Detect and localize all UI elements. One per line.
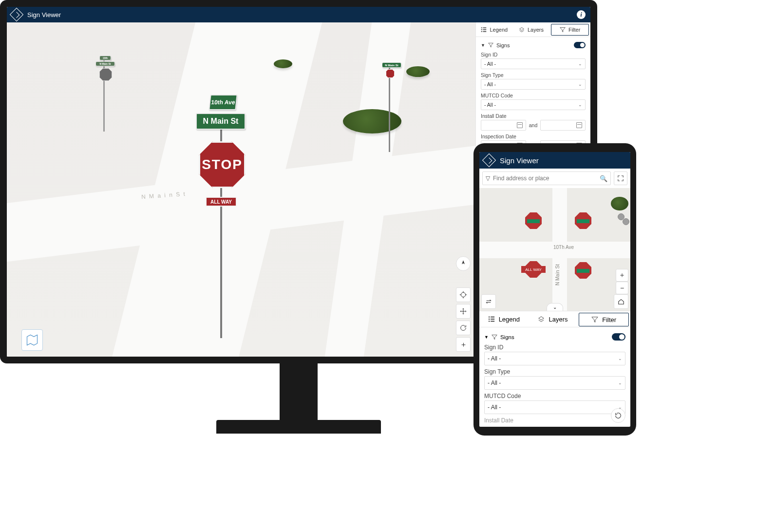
stop-sign-bg: [386, 69, 395, 78]
label-sign-type: Sign Type: [484, 368, 625, 375]
chevron-down-icon: ⌄: [578, 61, 582, 66]
filter-toggle[interactable]: [574, 42, 586, 48]
all-way-sign[interactable]: ALL WAY: [206, 197, 237, 207]
stop-sign[interactable]: STOP: [199, 141, 246, 188]
field-install-date: Install Date: [484, 417, 625, 424]
map-sign-marker[interactable]: [525, 212, 542, 229]
filter-toggle[interactable]: [612, 333, 625, 341]
filter-icon: [591, 316, 598, 323]
svg-rect-18: [491, 319, 494, 320]
filter-section-title: Signs: [500, 334, 514, 340]
map-point: [623, 218, 629, 225]
label-mutcd: MUTCD Code: [484, 393, 625, 399]
svg-rect-16: [491, 317, 494, 318]
street-sign-10th-ave[interactable]: 10th Ave: [208, 95, 237, 110]
svg-rect-8: [481, 29, 482, 30]
select-sign-id[interactable]: - All - ⌄: [481, 58, 586, 69]
search-input-wrapper[interactable]: ▽ 🔍: [482, 171, 611, 185]
tab-layers[interactable]: Layers: [513, 22, 550, 37]
svg-marker-22: [592, 317, 598, 323]
svg-point-1: [461, 292, 465, 297]
panel-expand-handle[interactable]: ⌄: [547, 303, 563, 311]
tree-icon: [611, 197, 628, 210]
svg-rect-20: [491, 321, 494, 322]
tab-filter[interactable]: Filter: [551, 24, 589, 36]
info-icon[interactable]: i: [577, 10, 586, 19]
home-button[interactable]: [614, 294, 628, 309]
svg-rect-19: [489, 321, 490, 322]
fullscreen-button[interactable]: [614, 171, 627, 185]
svg-marker-14: [489, 43, 493, 47]
caret-down-icon: ▼: [481, 43, 485, 48]
select-mutcd[interactable]: - All - ⌄: [481, 99, 586, 110]
reset-button[interactable]: [611, 408, 625, 423]
zoom-out-button[interactable]: −: [616, 282, 628, 294]
svg-rect-10: [481, 31, 482, 32]
tab-layers[interactable]: Layers: [529, 311, 578, 327]
map-icon: [25, 333, 39, 347]
street-sign-bg: N Main St: [95, 61, 115, 66]
svg-marker-13: [560, 28, 566, 32]
chevron-down-icon: ⌄: [618, 380, 622, 385]
calendar-icon: [576, 122, 582, 128]
street-sign-n-main-st[interactable]: N Main St: [196, 113, 246, 130]
select-sign-type[interactable]: - All - ⌄: [481, 79, 586, 90]
filter-section-header[interactable]: ▼ Signs: [484, 331, 625, 342]
select-sign-type-value: - All -: [484, 81, 496, 87]
select-sign-type[interactable]: - All - ⌄: [484, 376, 625, 390]
tab-legend[interactable]: Legend: [476, 22, 513, 37]
tablet-app-header: Sign Viewer: [479, 152, 630, 169]
select-sign-id-value: - All -: [484, 61, 496, 67]
svg-rect-6: [481, 27, 482, 28]
tab-filter[interactable]: Filter: [579, 313, 629, 326]
svg-rect-9: [483, 29, 487, 30]
tree-icon: [406, 66, 430, 77]
map-sign-marker[interactable]: [575, 212, 591, 229]
map-sign-marker[interactable]: [575, 262, 591, 279]
tree-icon: [274, 59, 292, 68]
map-tools: ＋: [456, 287, 471, 352]
tablet-map[interactable]: 10Th Ave N Main St ALL WAY ＋ −: [479, 188, 630, 311]
rotate-button[interactable]: [456, 321, 471, 335]
svg-marker-21: [539, 317, 544, 320]
app-logo-icon: [482, 153, 496, 167]
search-icon[interactable]: 🔍: [600, 175, 607, 182]
filter-icon: [560, 27, 566, 33]
filter-icon: [492, 334, 497, 340]
select-sign-id[interactable]: - All - ⌄: [484, 352, 625, 365]
calendar-icon: [517, 122, 523, 128]
tree-icon: [343, 109, 401, 133]
tab-layers-label: Layers: [549, 316, 568, 323]
zoom-in-button[interactable]: ＋: [456, 337, 471, 352]
install-date-from[interactable]: [481, 120, 526, 131]
install-date-to[interactable]: [540, 120, 586, 131]
filter-section-title: Signs: [496, 42, 510, 48]
road-label-nmain: N Main St: [555, 264, 560, 285]
zoom-in-button[interactable]: ＋: [616, 269, 628, 282]
sidebar-tabs: Legend Layers Filter: [476, 22, 590, 37]
tab-legend[interactable]: Legend: [479, 311, 529, 327]
tablet-tabs: Legend Layers Filter: [479, 311, 630, 327]
select-sign-id-value: - All -: [488, 355, 501, 362]
compass-button[interactable]: [456, 256, 471, 271]
overview-map-button[interactable]: [21, 329, 43, 351]
layers-icon: [519, 27, 525, 33]
locate-button[interactable]: [456, 287, 471, 302]
filter-section-header[interactable]: ▼ Signs: [481, 40, 586, 50]
monitor-stand: [280, 363, 318, 425]
street-sign-bg: 10th: [99, 56, 111, 60]
swap-icon: [485, 298, 492, 305]
chevron-down-icon: ⌄: [553, 304, 557, 310]
map-3d-scene[interactable]: N M a i n S t 10th N Main St N Main St 1…: [7, 22, 475, 357]
tablet-filter-panel: ▼ Signs Sign ID - All - ⌄ Sign Type - Al…: [479, 327, 630, 427]
tablet-app-title: Sign Viewer: [500, 156, 625, 165]
label-mutcd: MUTCD Code: [481, 93, 586, 98]
swap-view-button[interactable]: [481, 294, 496, 309]
search-input[interactable]: [493, 175, 600, 182]
app-logo-icon: [10, 8, 23, 21]
filter-icon: [488, 42, 493, 48]
pan-button[interactable]: [456, 304, 471, 319]
select-mutcd[interactable]: - All - ⌄: [484, 400, 625, 414]
label-inspection-date: Inspection Date: [481, 133, 586, 139]
legend-icon: [488, 316, 495, 323]
